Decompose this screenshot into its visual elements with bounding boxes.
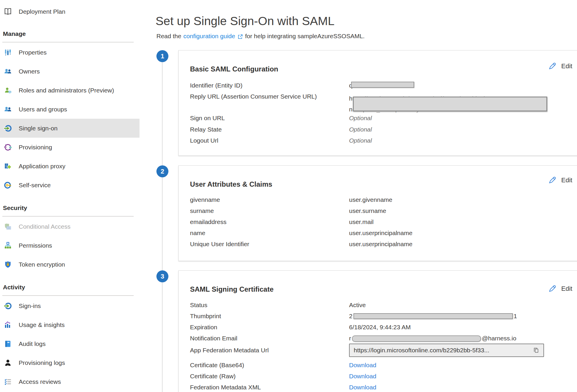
claim-row: name user.userprincipalname bbox=[179, 230, 577, 238]
sidebar-item-single-sign-on[interactable]: Single sign-on bbox=[0, 119, 140, 138]
sidebar-item-label: Provisioning bbox=[19, 144, 52, 151]
subtitle: Read the configuration guide for help in… bbox=[156, 33, 365, 40]
sidebar-item-conditional-access[interactable]: Conditional Access bbox=[0, 217, 146, 236]
people-icon bbox=[4, 67, 12, 76]
edit-basic-saml-button[interactable]: Edit bbox=[548, 62, 572, 70]
sidebar-item-owners[interactable]: Owners bbox=[0, 62, 146, 81]
sidebar-item-token-encryption[interactable]: Token encryption bbox=[0, 255, 146, 274]
sidebar-item-properties[interactable]: Properties bbox=[0, 43, 146, 62]
pencil-icon bbox=[548, 285, 556, 293]
email-visible-suffix: @harness.io bbox=[482, 335, 516, 342]
bar-chart-trend-icon bbox=[4, 321, 12, 329]
download-row: Certificate (Raw) Download bbox=[179, 373, 577, 381]
sidebar-item-label: Roles and administrators (Preview) bbox=[19, 87, 114, 94]
subtitle-suffix: for help integrating sampleAzureSSOSAML. bbox=[245, 33, 365, 40]
certificate-raw-label: Certificate (Raw) bbox=[190, 373, 236, 380]
subtitle-prefix: Read the bbox=[156, 33, 181, 40]
sidebar-item-label: Deployment Plan bbox=[19, 8, 65, 15]
person-silhouette-icon bbox=[4, 358, 12, 367]
sign-on-url-value: Optional bbox=[349, 115, 372, 122]
card-title: SAML Signing Certificate bbox=[190, 285, 273, 293]
claim-name: name bbox=[190, 230, 205, 237]
external-link-icon[interactable] bbox=[237, 34, 243, 40]
sidebar-item-usage-insights[interactable]: Usage & insights bbox=[0, 315, 146, 334]
edit-certificate-button[interactable]: Edit bbox=[548, 285, 572, 293]
federation-metadata-xml-download-link[interactable]: Download bbox=[349, 384, 376, 391]
sidebar-group-activity: Sign-ins Usage & insights bbox=[0, 296, 146, 391]
sidebar-item-deployment-plan[interactable]: Deployment Plan bbox=[0, 3, 146, 20]
identifier-value: qilharness.io bbox=[349, 82, 442, 89]
configuration-guide-link[interactable]: configuration guide bbox=[183, 33, 235, 40]
step-3-badge: 3 bbox=[156, 270, 168, 282]
reply-url-redaction-box bbox=[353, 97, 547, 111]
sidebar-item-label: Token encryption bbox=[19, 261, 65, 268]
step-connector-line bbox=[162, 56, 163, 392]
claim-row: surname user.surname bbox=[179, 207, 577, 216]
sidebar-group-security: Conditional Access Permissions bbox=[0, 216, 146, 274]
sidebar-item-self-service[interactable]: Self-service bbox=[0, 176, 146, 195]
copy-icon[interactable] bbox=[533, 347, 539, 354]
key-circle-icon bbox=[4, 181, 12, 190]
edit-claims-button[interactable]: Edit bbox=[548, 176, 572, 184]
edit-label: Edit bbox=[561, 285, 572, 293]
sidebar-item-permissions[interactable]: Permissions bbox=[0, 236, 146, 255]
card-title: Basic SAML Configuration bbox=[190, 65, 278, 73]
metadata-url-field[interactable]: https://login.microsoftonline.com/b229b2… bbox=[349, 344, 544, 357]
sidebar-item-provisioning[interactable]: Provisioning bbox=[0, 138, 146, 157]
sidebar-item-access-reviews[interactable]: Access reviews bbox=[0, 372, 146, 391]
certificate-base64-download-link[interactable]: Download bbox=[349, 362, 376, 369]
claim-name: Unique User Identifier bbox=[190, 241, 249, 248]
claim-value: user.givenname bbox=[349, 196, 392, 203]
expiration-label: Expiration bbox=[190, 324, 217, 331]
claim-name: givenname bbox=[190, 196, 220, 203]
thumbprint-visible-suffix: 1 bbox=[514, 313, 517, 320]
sidebar-item-label: Sign-ins bbox=[19, 302, 41, 309]
org-chart-icon bbox=[4, 241, 12, 250]
sidebar-group-manage: Properties Owners Roles and bbox=[0, 42, 146, 195]
saml-signing-certificate-card: SAML Signing Certificate Edit Status Act… bbox=[178, 270, 577, 392]
shield-lock-icon bbox=[4, 260, 12, 269]
sidebar-item-label: Usage & insights bbox=[19, 321, 65, 328]
email-visible-prefix: r bbox=[349, 335, 351, 342]
sidebar-item-audit-logs[interactable]: Audit logs bbox=[0, 334, 146, 353]
claim-row: givenname user.givenname bbox=[179, 196, 577, 204]
sidebar-item-label: Permissions bbox=[19, 242, 52, 249]
certificate-raw-download-link[interactable]: Download bbox=[349, 373, 376, 380]
sidebar-item-provisioning-logs[interactable]: Provisioning logs bbox=[0, 353, 146, 372]
claim-name: surname bbox=[190, 207, 214, 214]
notebook-icon bbox=[4, 340, 12, 348]
sync-arrows-icon bbox=[4, 143, 12, 152]
relay-state-value: Optional bbox=[349, 126, 372, 133]
step-2-badge: 2 bbox=[156, 165, 168, 177]
page-title: Set up Single Sign-On with SAML bbox=[156, 14, 334, 28]
thumbprint-value: 2 1 bbox=[349, 313, 517, 320]
sidebar-item-label: Provisioning logs bbox=[19, 359, 65, 366]
sliders-icon bbox=[4, 48, 12, 57]
claim-name: emailaddress bbox=[190, 218, 226, 225]
status-value: Active bbox=[349, 302, 366, 309]
certificate-base64-label: Certificate (Base64) bbox=[190, 362, 244, 369]
reply-url-value: https://app.harness.io/gateway/api/users… bbox=[349, 93, 556, 115]
claim-value: user.userprincipalname bbox=[349, 241, 412, 248]
sign-on-url-label: Sign on URL bbox=[190, 115, 225, 122]
role-person-cube-icon bbox=[4, 86, 12, 95]
relay-state-label: Relay State bbox=[190, 126, 222, 133]
sidebar-item-sign-ins[interactable]: Sign-ins bbox=[0, 296, 146, 315]
sidebar: Deployment Plan Manage Properties Owners bbox=[0, 0, 146, 391]
thumbprint-label: Thumbprint bbox=[190, 313, 221, 320]
sidebar-item-users-groups[interactable]: Users and groups bbox=[0, 100, 146, 119]
basic-saml-configuration-card: Basic SAML Configuration Edit Identifier… bbox=[178, 50, 577, 156]
sidebar-item-roles-administrators[interactable]: Roles and administrators (Preview) bbox=[0, 81, 146, 100]
status-label: Status bbox=[190, 302, 208, 309]
metadata-url-value: https://login.microsoftonline.com/b229b2… bbox=[354, 347, 533, 354]
sidebar-item-application-proxy[interactable]: Application proxy bbox=[0, 157, 146, 176]
reply-url-label: Reply URL (Assertion Consumer Service UR… bbox=[190, 93, 317, 100]
sidebar-item-label: Users and groups bbox=[19, 106, 67, 113]
sidebar-header-activity: Activity bbox=[0, 283, 146, 292]
grid-diamond-icon bbox=[4, 162, 12, 171]
sign-in-arrow-icon bbox=[4, 302, 12, 310]
logout-url-value: Optional bbox=[349, 137, 372, 144]
sidebar-item-label: Conditional Access bbox=[19, 223, 70, 230]
logout-url-label: Logout Url bbox=[190, 137, 218, 144]
thumbprint-visible-prefix: 2 bbox=[349, 313, 353, 320]
